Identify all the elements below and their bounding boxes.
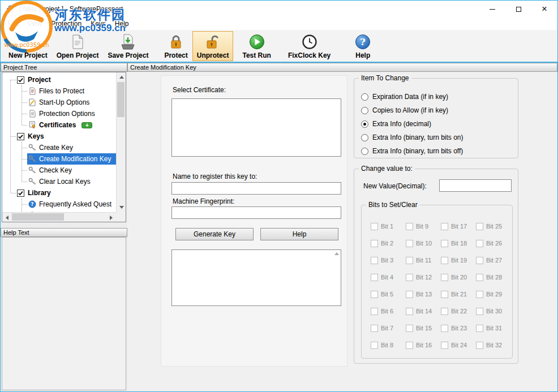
register-name-label: Name to register this key to:	[173, 173, 257, 180]
new-value-input[interactable]	[439, 179, 512, 192]
radio-copies-to-allow-if-in-key[interactable]: Copies to Allow (if in key)	[361, 104, 514, 117]
checkbox-bit-12[interactable]: Bit 12	[406, 274, 441, 281]
checked-checkbox-icon[interactable]	[17, 76, 24, 84]
toolbar-protect-button[interactable]: Protect	[160, 31, 192, 61]
checkbox-icon	[476, 342, 483, 349]
maximize-button[interactable]	[505, 1, 531, 18]
radio-extra-info-binary-turn-bits-on[interactable]: Extra Info (binary, turn bits on)	[361, 131, 514, 144]
menu-keys[interactable]: Keys	[86, 18, 110, 29]
menu-protection[interactable]: Protection	[46, 18, 86, 29]
checkbox-bit-26[interactable]: Bit 26	[476, 240, 511, 247]
radio-expiration-data-if-in-key[interactable]: Expiration Data (if in key)	[361, 90, 514, 104]
tree-horizontal-scrollbar[interactable]	[2, 212, 116, 222]
form-help-button[interactable]: Help	[260, 228, 338, 240]
toolbar-test-run-button[interactable]: Test Run	[238, 31, 275, 61]
checkbox-bit-31[interactable]: Bit 31	[476, 325, 511, 332]
tree-node-certificates[interactable]: Certificates+	[2, 119, 116, 131]
checkbox-label: Bit 8	[381, 342, 393, 348]
checkbox-icon	[476, 308, 483, 315]
tree-node-project[interactable]: Project	[2, 74, 116, 85]
key-form-panel: Select Certificate: Name to register thi…	[161, 75, 347, 367]
menu-help[interactable]: Help	[110, 18, 134, 29]
generate-key-button[interactable]: Generate Key	[175, 228, 254, 240]
checkbox-bit-6[interactable]: Bit 6	[371, 308, 406, 315]
checkbox-bit-19[interactable]: Bit 19	[441, 257, 476, 264]
scroll-up-button[interactable]	[117, 72, 126, 82]
checkbox-bit-13[interactable]: Bit 13	[406, 291, 441, 298]
checkbox-icon	[441, 223, 448, 230]
radio-extra-info-binary-turn-bits-off[interactable]: Extra Info (binary, turn bits off)	[361, 144, 514, 158]
checkbox-bit-14[interactable]: Bit 14	[406, 308, 441, 315]
toolbar-fixclock-key-button[interactable]: FixClock Key	[284, 31, 335, 61]
checkbox-icon	[476, 240, 483, 247]
checkbox-bit-5[interactable]: Bit 5	[371, 291, 406, 298]
tree-node-label: Clear Local Keys	[39, 178, 91, 186]
checkbox-bit-3[interactable]: Bit 3	[371, 257, 406, 264]
tree-node-check-key[interactable]: Check Key	[2, 165, 116, 176]
radio-label: Expiration Data (if in key)	[372, 93, 448, 101]
scroll-right-button[interactable]	[106, 213, 116, 222]
horizontal-scroll-thumb[interactable]	[12, 213, 64, 221]
toolbar-unprotect-button[interactable]: Unprotect	[192, 31, 234, 61]
key-output-textarea[interactable]	[171, 249, 341, 306]
vertical-scroll-thumb[interactable]	[117, 82, 125, 117]
checkbox-bit-27[interactable]: Bit 27	[476, 257, 511, 264]
tree-node-keys[interactable]: Keys	[2, 131, 116, 142]
scroll-down-button[interactable]	[117, 203, 126, 212]
checkbox-bit-9[interactable]: Bit 9	[406, 223, 441, 230]
checkbox-icon	[371, 325, 378, 332]
checkbox-bit-7[interactable]: Bit 7	[371, 325, 406, 332]
checkbox-bit-21[interactable]: Bit 21	[441, 291, 476, 298]
radio-extra-info-decimal[interactable]: Extra Info (decimal)	[361, 117, 514, 131]
checkbox-bit-24[interactable]: Bit 24	[441, 342, 476, 349]
checkbox-bit-32[interactable]: Bit 32	[476, 342, 511, 349]
checkbox-bit-4[interactable]: Bit 4	[371, 274, 406, 281]
scroll-left-button[interactable]	[2, 213, 12, 222]
tree-node-create-key[interactable]: Create Key	[2, 142, 116, 153]
tree-node-protection-options[interactable]: Protection Options	[2, 108, 116, 119]
toolbar-open-project-button[interactable]: Open Project	[52, 31, 104, 61]
checkbox-bit-28[interactable]: Bit 28	[476, 274, 511, 281]
checkbox-bit-2[interactable]: Bit 2	[371, 240, 406, 247]
menu-file[interactable]: File	[3, 18, 23, 29]
checkbox-bit-30[interactable]: Bit 30	[476, 308, 511, 315]
checkbox-bit-11[interactable]: Bit 11	[406, 257, 441, 264]
checkbox-bit-22[interactable]: Bit 22	[441, 308, 476, 315]
tree-node-start-up-options[interactable]: Start-Up Options	[2, 97, 116, 108]
tree-node-label: Check Key	[39, 166, 72, 174]
checkbox-bit-18[interactable]: Bit 18	[441, 240, 476, 247]
register-name-input[interactable]	[171, 182, 341, 195]
tree-node-clear-local-keys[interactable]: Clear Local Keys	[2, 176, 116, 187]
checkbox-bit-8[interactable]: Bit 8	[371, 342, 406, 349]
toolbar-help-button[interactable]: ?Help	[350, 31, 376, 61]
close-button[interactable]: ×	[531, 1, 557, 18]
checkbox-bit-29[interactable]: Bit 29	[476, 291, 511, 298]
checked-checkbox-icon[interactable]	[17, 133, 24, 140]
checkbox-bit-25[interactable]: Bit 25	[476, 223, 511, 230]
tree-node-create-modification-key[interactable]: Create Modification Key	[2, 153, 116, 165]
tree-vertical-scrollbar[interactable]	[116, 72, 126, 212]
checkbox-bit-10[interactable]: Bit 10	[406, 240, 441, 247]
checkbox-bit-23[interactable]: Bit 23	[441, 325, 476, 332]
minimize-button[interactable]	[479, 1, 505, 18]
certificates-add-badge[interactable]: +	[81, 122, 92, 128]
checkbox-icon	[406, 240, 413, 247]
key-icon	[28, 166, 36, 174]
checkbox-bit-17[interactable]: Bit 17	[441, 223, 476, 230]
textarea-scroll-up-icon	[334, 252, 339, 255]
menu-view[interactable]: View	[23, 18, 46, 29]
toolbar-save-project-button[interactable]: Save Project	[103, 31, 153, 61]
svg-text:?: ?	[360, 36, 366, 48]
tree-node-frequently-asked-quest[interactable]: ?Frequently Asked Quest	[2, 199, 116, 210]
checkbox-bit-15[interactable]: Bit 15	[406, 325, 441, 332]
checked-checkbox-icon[interactable]	[17, 189, 24, 197]
tree-node-files-to-protect[interactable]: Files to Protect	[2, 85, 116, 97]
certificate-listbox[interactable]	[171, 98, 341, 157]
checkbox-bit-16[interactable]: Bit 16	[406, 342, 441, 349]
checkbox-bit-1[interactable]: Bit 1	[371, 223, 406, 230]
checkbox-bit-20[interactable]: Bit 20	[441, 274, 476, 281]
window-controls: ×	[479, 1, 557, 18]
machine-fingerprint-input[interactable]	[171, 206, 341, 219]
tree-node-library[interactable]: Library	[2, 187, 116, 199]
toolbar-new-project-button[interactable]: New Project	[4, 31, 52, 61]
